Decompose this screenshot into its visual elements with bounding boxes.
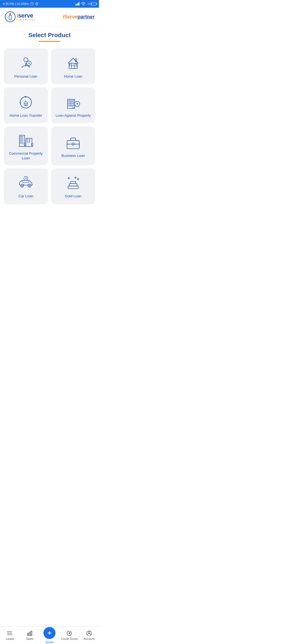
product-card-car-loan[interactable]: ₹ Car Loan: [4, 168, 48, 204]
svg-rect-60: [69, 184, 77, 186]
svg-point-55: [28, 184, 31, 187]
svg-rect-20: [68, 100, 70, 102]
status-bar: 4:35 PM | 10.2KB/s 2: [0, 0, 99, 8]
svg-rect-39: [22, 142, 23, 143]
battery-container: 21: [87, 2, 96, 6]
svg-point-46: [24, 143, 26, 145]
page-title: Select Product: [4, 32, 95, 39]
loan-against-property-icon: ₹: [65, 94, 81, 111]
product-label-car-loan: Car Loan: [18, 194, 33, 199]
home-loan-transfer-icon: [18, 94, 34, 111]
svg-rect-27: [71, 105, 72, 106]
svg-rect-43: [27, 141, 28, 143]
svg-rect-61: [71, 182, 76, 184]
trash-icon: [35, 2, 39, 6]
product-label-personal-loan: Personal Loan: [14, 74, 37, 79]
svg-point-5: [83, 5, 84, 6]
svg-rect-32: [20, 136, 21, 137]
svg-rect-38: [20, 142, 21, 143]
business-loan-icon: [65, 134, 81, 151]
commercial-property-loan-icon: [18, 132, 34, 149]
svg-rect-1: [75, 4, 76, 6]
logo-financial: FINANCIAL: [16, 19, 36, 21]
svg-point-48: [31, 143, 33, 145]
svg-rect-28: [73, 105, 74, 108]
product-card-commercial-property-loan[interactable]: Commercial Property Loan: [4, 127, 48, 165]
logo-text: iserve FINANCIAL: [16, 13, 36, 21]
svg-rect-34: [20, 138, 21, 140]
header-partner-label: iServepartner: [63, 14, 95, 20]
main-content: Select Product ₹ Personal Loan: [0, 26, 99, 209]
product-label-home-loan-transfer: Home Loan Transfer: [10, 113, 42, 118]
svg-rect-15: [75, 64, 77, 66]
personal-loan-icon: ₹: [18, 55, 34, 72]
logo-iserve: iserve: [16, 13, 36, 19]
car-loan-icon: ₹: [18, 175, 34, 191]
wifi-icon: [81, 2, 86, 6]
svg-rect-33: [22, 136, 23, 137]
logo-icon: [4, 11, 16, 23]
logo: iserve FINANCIAL: [4, 11, 36, 23]
product-label-business-loan: Business Loan: [61, 154, 85, 158]
product-card-business-loan[interactable]: Business Loan: [51, 127, 95, 165]
product-label-home-loan: Home Loan: [64, 74, 82, 79]
svg-rect-42: [29, 139, 30, 140]
svg-rect-13: [72, 65, 75, 68]
product-label-gold-loan: Gold Loan: [65, 194, 81, 199]
product-label-loan-against-property: Loan Against Property: [56, 113, 91, 118]
svg-rect-2: [76, 4, 77, 6]
product-label-commercial-property-loan: Commercial Property Loan: [7, 151, 45, 161]
svg-rect-37: [22, 140, 23, 141]
svg-rect-23: [68, 102, 70, 104]
svg-rect-14: [70, 64, 72, 66]
header: iserve FINANCIAL iServepartner: [0, 8, 99, 26]
svg-rect-50: [67, 141, 79, 149]
svg-point-53: [21, 184, 24, 187]
product-card-loan-against-property[interactable]: ₹ Loan Against Property: [51, 88, 95, 123]
home-loan-icon: [65, 55, 81, 72]
svg-point-8: [9, 13, 11, 14]
status-bar-right: 21: [75, 2, 96, 6]
partner-text: partner: [78, 14, 95, 20]
svg-rect-59: [68, 186, 78, 189]
logo-i: i: [16, 12, 18, 19]
svg-rect-18: [25, 104, 26, 106]
gold-loan-icon: [65, 175, 81, 191]
svg-rect-22: [73, 100, 74, 102]
product-card-home-loan-transfer[interactable]: Home Loan Transfer: [4, 88, 48, 123]
svg-rect-4: [79, 2, 79, 6]
product-card-personal-loan[interactable]: ₹ Personal Loan: [4, 48, 48, 84]
svg-rect-25: [73, 102, 74, 104]
title-underline: [38, 41, 61, 42]
svg-rect-21: [71, 100, 72, 102]
svg-point-9: [24, 58, 28, 62]
product-card-home-loan[interactable]: Home Loan: [51, 48, 95, 84]
partner-iserve: iServe: [63, 14, 78, 20]
battery-icon: [91, 2, 96, 6]
svg-rect-3: [78, 3, 78, 6]
svg-rect-26: [68, 105, 70, 106]
svg-rect-35: [22, 138, 23, 140]
svg-text:₹: ₹: [76, 103, 78, 105]
battery-level: 21: [87, 2, 90, 5]
svg-rect-24: [71, 102, 72, 104]
status-bar-left: 4:35 PM | 10.2KB/s: [3, 2, 39, 6]
svg-rect-44: [29, 141, 30, 143]
signal-icon: [75, 2, 80, 6]
time-network: 4:35 PM | 10.2KB/s: [3, 2, 29, 6]
upload-icon: [30, 2, 34, 6]
svg-rect-36: [20, 140, 21, 141]
product-grid: ₹ Personal Loan: [4, 48, 95, 204]
page-title-container: Select Product: [4, 32, 95, 42]
product-card-gold-loan[interactable]: Gold Loan: [51, 168, 95, 204]
svg-rect-41: [27, 139, 28, 140]
